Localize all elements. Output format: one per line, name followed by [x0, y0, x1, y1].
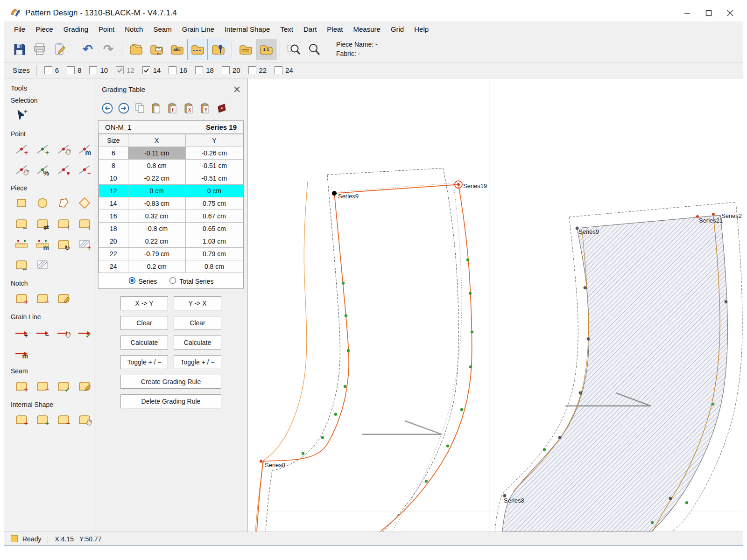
- curve-point[interactable]: [425, 480, 428, 483]
- cell-x-size-10[interactable]: -0.22 cm: [128, 172, 185, 185]
- size-option-10[interactable]: 10: [89, 66, 108, 74]
- curve-point[interactable]: [469, 292, 472, 294]
- add-curve-point-tool[interactable]: +: [32, 139, 53, 159]
- select-move-tool[interactable]: [11, 105, 32, 126]
- walk-piece-tool[interactable]: ↔: [11, 254, 32, 275]
- menu-item-grain-line[interactable]: Grain Line: [177, 25, 219, 33]
- paste-y-button[interactable]: Y: [199, 102, 212, 115]
- paste-flip-button[interactable]: F: [166, 102, 179, 115]
- edit-notch-tool[interactable]: [53, 288, 74, 308]
- prev-point-button[interactable]: [101, 102, 114, 115]
- next-point-button[interactable]: [117, 102, 130, 115]
- menu-item-dart[interactable]: Dart: [298, 25, 322, 33]
- move-point-tool[interactable]: [53, 139, 74, 159]
- curve-point[interactable]: [651, 521, 654, 524]
- paste-values-button[interactable]: [150, 102, 163, 115]
- grain-line-left[interactable]: [362, 421, 442, 434]
- cell-y-size-18[interactable]: 0.65 cm: [185, 223, 243, 235]
- cell-x-size-20[interactable]: 0.22 cm: [128, 235, 185, 248]
- size-option-22[interactable]: 22: [248, 66, 267, 74]
- copy-piece-tool[interactable]: →: [11, 213, 32, 234]
- remove-internal-shape-tool[interactable]: −: [53, 409, 74, 430]
- toggle-y-button[interactable]: Toggle + / −: [174, 355, 221, 369]
- curve-point[interactable]: [460, 408, 463, 411]
- cell-size-size-14[interactable]: 14: [99, 197, 128, 210]
- pattern-piece-left[interactable]: [255, 168, 472, 532]
- cell-y-size-8[interactable]: -0.51 cm: [185, 160, 243, 172]
- pattern-point[interactable]: [725, 300, 728, 303]
- add-seam-tool[interactable]: +: [11, 376, 32, 396]
- cell-x-size-16[interactable]: 0.32 cm: [128, 210, 185, 223]
- size-checkbox-14[interactable]: [142, 66, 150, 74]
- cell-size-size-18[interactable]: 18: [99, 223, 128, 235]
- menu-item-file[interactable]: File: [9, 25, 30, 33]
- create-grading-rule-button[interactable]: Create Grading Rule: [120, 375, 221, 389]
- size-checkbox-20[interactable]: [222, 66, 230, 74]
- size-checkbox-8[interactable]: [67, 66, 75, 74]
- cell-y-size-14[interactable]: 0.75 cm: [185, 197, 243, 210]
- mid-point-tool[interactable]: [53, 159, 74, 180]
- undo-button[interactable]: ↶: [78, 39, 98, 60]
- menu-item-help[interactable]: Help: [409, 25, 434, 33]
- cell-y-size-22[interactable]: 0.79 cm: [185, 248, 243, 260]
- delete-grading-rule-button[interactable]: Delete Grading Rule: [120, 394, 221, 408]
- zoom-out-button[interactable]: [304, 39, 324, 60]
- cell-y-size-20[interactable]: 1.03 cm: [185, 235, 243, 248]
- pattern-point[interactable]: [669, 497, 672, 500]
- curve-point[interactable]: [347, 349, 350, 352]
- circle-piece-tool[interactable]: [32, 193, 53, 213]
- cell-x-size-18[interactable]: -0.8 cm: [128, 223, 185, 235]
- piece-layers-button[interactable]: [235, 39, 256, 60]
- clear-y-button[interactable]: Clear: [174, 316, 221, 330]
- size-option-20[interactable]: 20: [222, 66, 240, 74]
- size-option-12[interactable]: 12: [116, 66, 134, 74]
- hatch-piece-tool[interactable]: +: [74, 234, 94, 254]
- edit-button[interactable]: [50, 39, 70, 60]
- fill-piece-tool[interactable]: [32, 254, 53, 275]
- cell-size-size-10[interactable]: 10: [99, 172, 128, 185]
- cell-size-size-16[interactable]: 16: [99, 210, 128, 223]
- curve-point[interactable]: [344, 385, 346, 388]
- move-grainline-tool[interactable]: [53, 322, 74, 342]
- measure-piece-tool[interactable]: m: [32, 234, 53, 254]
- menu-item-piece[interactable]: Piece: [30, 25, 58, 33]
- curve-point[interactable]: [469, 365, 472, 368]
- size-option-14[interactable]: 14: [142, 66, 161, 74]
- cell-size-size-6[interactable]: 6: [99, 147, 128, 160]
- confirm-seam-tool[interactable]: ✓: [53, 376, 74, 396]
- corner-point[interactable]: [332, 191, 337, 196]
- piece-text-button[interactable]: abc: [167, 39, 187, 60]
- size-checkbox-12[interactable]: [116, 66, 124, 74]
- cell-y-size-10[interactable]: -0.51 cm: [185, 172, 243, 185]
- remove-seam-tool[interactable]: −: [32, 376, 53, 396]
- cell-y-size-16[interactable]: 0.67 cm: [185, 210, 243, 223]
- menu-item-pleat[interactable]: Pleat: [322, 25, 348, 33]
- piece-seamline-button[interactable]: [187, 39, 208, 60]
- close-icon[interactable]: [232, 84, 242, 94]
- toggle-x-button[interactable]: Toggle + / −: [120, 355, 168, 369]
- curve-point[interactable]: [446, 444, 449, 447]
- cell-x-size-24[interactable]: 0.2 cm: [128, 260, 185, 273]
- rectangle-piece-tool[interactable]: [11, 193, 32, 213]
- diamond-piece-tool[interactable]: [74, 193, 94, 213]
- curve-point[interactable]: [321, 436, 324, 439]
- piece-measure-button[interactable]: m: [146, 39, 167, 60]
- size-option-24[interactable]: 24: [275, 66, 293, 74]
- size-option-6[interactable]: 6: [44, 66, 59, 74]
- cell-size-size-22[interactable]: 22: [99, 248, 128, 260]
- add-point-tool[interactable]: +: [11, 139, 32, 159]
- curve-point[interactable]: [345, 314, 347, 317]
- curve-point[interactable]: [334, 413, 337, 416]
- paste-x-button[interactable]: X: [183, 102, 196, 115]
- menu-item-notch[interactable]: Notch: [120, 25, 148, 33]
- add-internal-path-tool[interactable]: +: [32, 409, 53, 430]
- save-button[interactable]: [9, 39, 29, 60]
- size-option-16[interactable]: 16: [169, 66, 187, 74]
- remove-notch-tool[interactable]: −: [32, 288, 53, 308]
- selected-point[interactable]: [457, 183, 460, 186]
- size-checkbox-24[interactable]: [275, 66, 282, 74]
- redo-button[interactable]: ↷: [98, 39, 119, 60]
- curve-point[interactable]: [712, 403, 714, 406]
- pattern-point[interactable]: [587, 337, 590, 341]
- add-grainline-tool[interactable]: +: [11, 322, 32, 342]
